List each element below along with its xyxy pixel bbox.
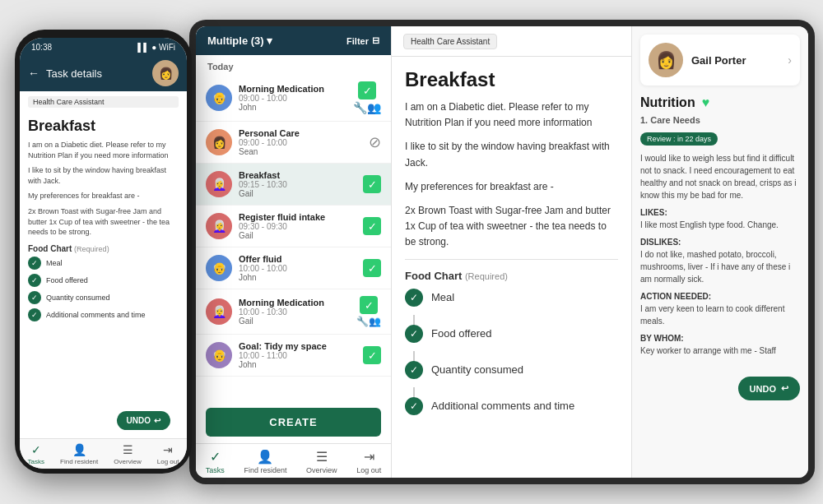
patient-card[interactable]: 👩 Gail Porter › — [640, 35, 800, 86]
task-item-2[interactable]: 👩‍🦳 Breakfast 09:15 - 10:30 Gail ✓ — [196, 164, 391, 206]
task-person-3: Gail — [239, 231, 356, 240]
task-item-0[interactable]: 👴 Morning Medication 09:00 - 10:00 John … — [196, 75, 391, 122]
connector-0 — [413, 315, 415, 325]
check-icon-2: ✓ — [28, 291, 41, 304]
action-text: I am very keen to learn to cook differen… — [640, 303, 800, 327]
task-item-4[interactable]: 👴 Offer fluid 10:00 - 10:00 John ✓ — [196, 247, 391, 289]
phone-check-item-2: ✓ Quantity consumed — [28, 291, 179, 304]
back-arrow-icon[interactable]: ← — [28, 67, 40, 80]
phone-screen: 10:38 ▌▌ ● WiFi ← Task details 👩 Health … — [20, 38, 187, 469]
avatar: 👩 — [152, 60, 179, 86]
tablet-undo-button[interactable]: UNDO ↩ — [738, 377, 800, 400]
logout-icon: ⇥ — [163, 443, 173, 456]
phone-tab-tasks[interactable]: ✓ Tasks — [28, 443, 44, 465]
tasks-tab-icon: ✓ — [210, 449, 221, 465]
tasks-icon: ✓ — [31, 443, 41, 456]
main-body2: I like to sit by the window having break… — [405, 139, 618, 170]
task-time-5: 10:00 - 10:30 — [239, 307, 350, 317]
phone-body1: I am on a Diabetic diet. Please refer to… — [28, 140, 179, 160]
check-icon-3: ✓ — [28, 308, 41, 321]
phone-header-title: Task details — [46, 67, 102, 80]
tablet-tab-find[interactable]: 👤 Find resident — [244, 449, 286, 474]
task-date-label: Today — [196, 55, 391, 75]
task-panel: Multiple (3) ▾ Filter ⊟ Today 👴 Morning … — [196, 26, 392, 478]
check-icon-0: ✓ — [28, 257, 41, 270]
create-button[interactable]: CREATE — [206, 408, 381, 437]
task-list: 👴 Morning Medication 09:00 - 10:00 John … — [196, 75, 391, 401]
main-panel-header: Health Care Assistant — [392, 26, 631, 57]
task-time-4: 10:00 - 10:00 — [239, 264, 356, 273]
task-status-0: ✓ 🔧👥 — [353, 81, 381, 114]
multiple-label: Multiple (3) ▾ — [207, 35, 272, 47]
main-body1: I am on a Diabetic diet. Please refer to… — [405, 99, 618, 131]
task-name-0: Morning Medication — [239, 84, 346, 94]
main-check-label-0: Meal — [431, 291, 454, 303]
overview-tab-icon: ☰ — [316, 449, 328, 465]
task-name-3: Register fluid intake — [239, 212, 356, 222]
patient-chevron-icon: › — [788, 53, 792, 67]
main-section-title: Food Chart (Required) — [405, 270, 618, 282]
phone-section-title: Food Chart (Required) — [28, 244, 179, 253]
task-item-3[interactable]: 👩‍🦳 Register fluid intake 09:30 - 09:30 … — [196, 206, 391, 247]
logout-tab-icon: ⇥ — [364, 449, 374, 465]
phone-signal: ▌▌ ● WiFi — [137, 43, 175, 52]
task-time-3: 09:30 - 09:30 — [239, 222, 356, 231]
task-status-4: ✓ — [363, 259, 381, 277]
task-item-5[interactable]: 👩‍🦳 Morning Medication 10:00 - 10:30 Gai… — [196, 289, 391, 335]
main-content: Breakfast I am on a Diabetic diet. Pleas… — [392, 57, 631, 478]
phone-bottom-nav: ✓ Tasks 👤 Find resident ☰ Overview ⇥ Log… — [20, 438, 187, 469]
task-item-6[interactable]: 👴 Goal: Tidy my space 10:00 - 11:00 John… — [196, 335, 391, 377]
main-check-item-1: ✓ Food offered — [405, 325, 618, 343]
phone-check-label-2: Quantity consumed — [46, 294, 110, 302]
phone-time: 10:38 — [31, 43, 52, 52]
task-person-1: Sean — [239, 147, 362, 156]
main-check-label-1: Food offered — [431, 327, 491, 340]
phone-tab-overview[interactable]: ☰ Overview — [114, 443, 141, 465]
task-item-1[interactable]: 👩 Personal Care 09:00 - 10:00 Sean ⊘ — [196, 122, 391, 164]
phone-undo-button[interactable]: UNDO ↩ — [117, 411, 170, 430]
task-time-1: 09:00 - 10:00 — [239, 138, 362, 147]
task-avatar-6: 👴 — [206, 342, 232, 368]
care-needs-title: 1. Care Needs — [640, 115, 800, 125]
task-info-3: Register fluid intake 09:30 - 09:30 Gail — [239, 212, 356, 240]
task-info-2: Breakfast 09:15 - 10:30 Gail — [239, 170, 356, 198]
task-person-6: John — [239, 360, 356, 369]
tablet-tab-overview[interactable]: ☰ Overview — [306, 449, 337, 474]
tablet-tab-logout[interactable]: ⇥ Log out — [356, 449, 381, 474]
by-whom-label: BY WHOM: — [640, 334, 800, 343]
task-avatar-4: 👴 — [206, 255, 232, 281]
task-info-4: Offer fluid 10:00 - 10:00 John — [239, 254, 356, 282]
phone-tab-find[interactable]: 👤 Find resident — [60, 443, 98, 465]
connector-2 — [413, 387, 415, 397]
phone-tab-logout[interactable]: ⇥ Log out — [157, 443, 179, 465]
right-body1: I would like to weigh less but find it d… — [640, 152, 800, 201]
check-green-4: ✓ — [363, 259, 381, 277]
overview-icon: ☰ — [123, 443, 133, 456]
nutrition-header: Nutrition ♥ — [640, 95, 800, 110]
nutrition-section: Nutrition ♥ 1. Care Needs Review : in 22… — [632, 86, 808, 373]
patient-avatar: 👩 — [649, 43, 683, 77]
task-avatar-0: 👴 — [206, 85, 232, 111]
nutrition-title: Nutrition — [640, 95, 695, 110]
filter-button[interactable]: Filter ⊟ — [346, 35, 379, 46]
right-panel: 👩 Gail Porter › Nutrition ♥ 1. Care Need… — [631, 26, 808, 478]
dislikes-text: I do not like, mashed potato, broccoli, … — [640, 248, 800, 285]
phone-header: ← Task details 👩 — [20, 55, 187, 91]
check-green-0: ✓ — [358, 81, 376, 99]
task-avatar-1: 👩 — [206, 129, 232, 155]
main-check-label-3: Additional comments and time — [431, 400, 574, 412]
check-green-2: ✓ — [363, 175, 381, 193]
main-check-label-2: Quantity consumed — [431, 363, 523, 376]
patient-name: Gail Porter — [691, 54, 746, 67]
phone-body3: My preferences for breakfast are - — [28, 191, 179, 201]
phone-content: Breakfast I am on a Diabetic diet. Pleas… — [20, 113, 187, 403]
phone-hca-badge: Health Care Assistant — [28, 96, 179, 108]
task-time-0: 09:00 - 10:00 — [239, 94, 346, 103]
task-info-0: Morning Medication 09:00 - 10:00 John — [239, 84, 346, 112]
check-green-5: ✓ — [360, 296, 378, 314]
phone-body2: I like to sit by the window having break… — [28, 165, 179, 186]
task-status-5: ✓ 🔧👥 — [356, 296, 381, 327]
tablet-tab-nav: ✓ Tasks 👤 Find resident ☰ Overview ⇥ Log… — [196, 443, 391, 478]
task-avatar-3: 👩‍🦳 — [206, 213, 232, 239]
tablet-tab-tasks[interactable]: ✓ Tasks — [206, 449, 225, 474]
